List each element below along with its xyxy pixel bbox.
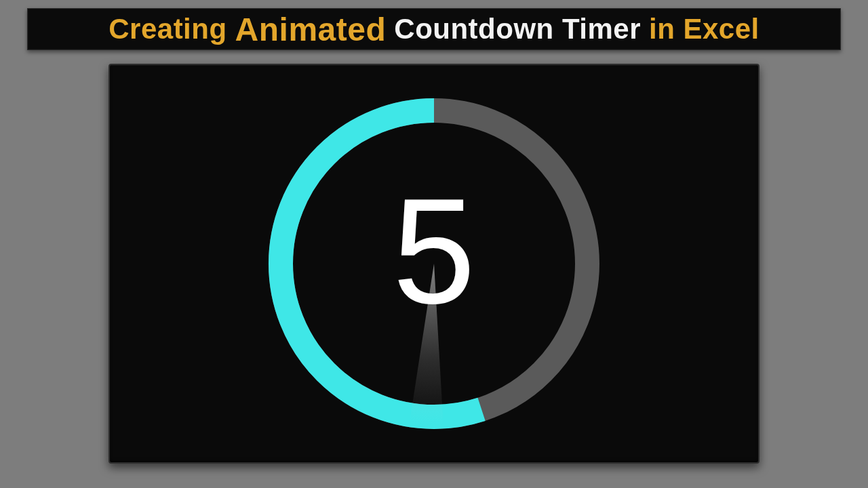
countdown-number: 5 [258,75,610,428]
title-word-countdown-timer: Countdown Timer [394,13,641,45]
title-word-animated: Animated [235,11,387,48]
countdown-ring: 5 [258,87,610,440]
page-title-bar: Creating Animated Countdown Timer in Exc… [27,8,841,50]
title-word-in-excel: in Excel [649,13,760,45]
title-word-creating: Creating [108,13,226,45]
timer-panel: 5 [108,64,760,464]
